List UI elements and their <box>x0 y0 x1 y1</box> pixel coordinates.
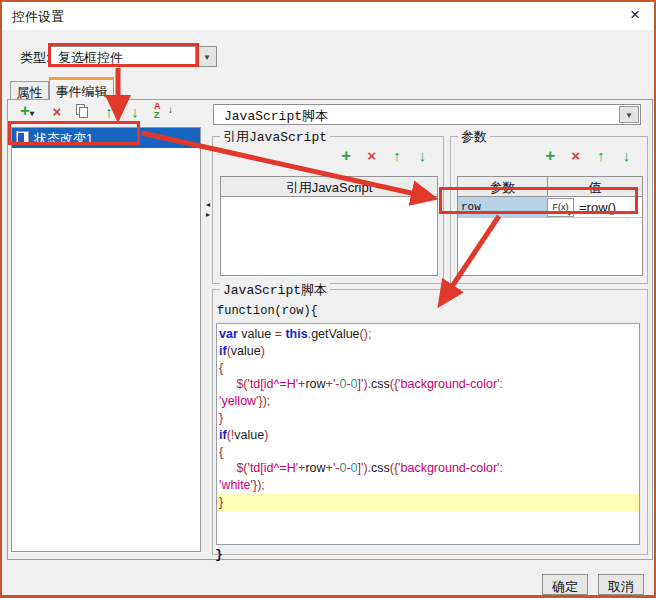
delete-event-button[interactable]: × <box>46 103 68 121</box>
move-down-button[interactable]: ↓ <box>124 103 146 121</box>
cancel-button[interactable]: 取消 <box>598 574 644 595</box>
param-name-cell[interactable]: row <box>458 197 547 217</box>
code-line[interactable]: 'white'}); <box>219 477 639 494</box>
table-row: row F(x) ▾ =row() <box>458 197 642 218</box>
code-line[interactable]: if(!value) <box>219 427 639 444</box>
delete-ref-button[interactable]: × <box>361 147 382 164</box>
code-line[interactable]: } <box>217 494 639 511</box>
move-up-button[interactable]: ↑ <box>98 103 120 121</box>
code-line[interactable]: if(value) <box>219 343 639 360</box>
checkbox-widget-icon <box>16 131 29 144</box>
chevron-down-icon: ▼ <box>625 111 633 120</box>
collapse-left-icon: ◂ <box>206 200 210 209</box>
add-param-button[interactable]: + <box>540 148 561 164</box>
code-line[interactable]: $('td[id^=H'+row+'-0-0]').css({'backgrou… <box>219 376 639 393</box>
ref-up-button[interactable]: ↑ <box>387 147 408 164</box>
tab-properties[interactable]: 属性 <box>10 81 49 100</box>
ref-down-button[interactable]: ↓ <box>412 147 433 164</box>
script-group: JavaScript脚本 function(row){ var value = … <box>212 289 648 555</box>
params-table: 参数 值 row F(x) ▾ =row() <box>457 176 643 276</box>
expand-right-icon: ▸ <box>206 210 210 219</box>
code-line[interactable]: $('td[id^=H'+row+'-0-0]').css({'backgrou… <box>219 460 639 477</box>
script-group-title: JavaScript脚本 <box>220 281 330 299</box>
widget-type-dropdown[interactable]: 复选框控件 <box>50 46 196 67</box>
event-edit-panel: +▾ × ↑ ↓ A Z ↓ ◂ ▸ 状态改变1 JavaScript脚本 ▼ <box>7 99 653 560</box>
param-value-cell[interactable]: =row() <box>574 197 642 217</box>
event-type-dropdown-button[interactable]: ▼ <box>619 106 639 123</box>
close-icon[interactable]: × <box>630 5 640 25</box>
ref-js-table-header: 引用JavaScript <box>221 177 437 196</box>
ref-js-toolbar: + × ↑ ↓ <box>336 147 433 165</box>
formula-fx-button[interactable]: F(x) ▾ <box>547 198 574 217</box>
param-up-button[interactable]: ↑ <box>591 147 612 164</box>
copy-icon[interactable] <box>76 104 90 119</box>
ref-js-table: 引用JavaScript <box>220 176 438 276</box>
chevron-down-icon: ▾ <box>30 109 34 118</box>
ref-js-group: 引用JavaScript + × ↑ ↓ 引用JavaScript <box>212 136 444 284</box>
dialog-window: 控件设置 × 类型: 复选框控件 ▼ 属性 事件编辑 +▾ × ↑ ↓ A Z … <box>0 0 656 598</box>
add-event-button[interactable]: +▾ <box>16 103 38 121</box>
widget-type-dropdown-button[interactable]: ▼ <box>197 46 217 67</box>
title-bar: 控件设置 × <box>2 2 654 30</box>
function-signature: function(row){ <box>217 304 318 318</box>
event-type-dropdown[interactable]: JavaScript脚本 <box>213 104 641 125</box>
code-line[interactable]: { <box>219 360 639 377</box>
ref-js-group-title: 引用JavaScript <box>220 128 330 146</box>
delete-param-button[interactable]: × <box>565 147 586 164</box>
params-toolbar: + × ↑ ↓ <box>540 147 637 165</box>
function-closing-brace: } <box>215 547 223 562</box>
chevron-down-icon: ▼ <box>203 53 211 62</box>
chevron-down-icon: ▾ <box>567 210 571 218</box>
params-group: 参数 + × ↑ ↓ 参数 值 row F(x) ▾ =row() <box>450 136 648 284</box>
dialog-title: 控件设置 <box>12 8 64 26</box>
param-down-button[interactable]: ↓ <box>616 147 637 164</box>
list-item-state-change[interactable]: 状态改变1 <box>12 128 200 148</box>
list-item-label: 状态改变1 <box>34 131 93 146</box>
code-editor[interactable]: var value = this.getValue();if(value){ $… <box>216 323 640 545</box>
code-line[interactable]: } <box>219 410 639 427</box>
param-value-column-header: 值 <box>548 177 642 196</box>
tab-event-edit[interactable]: 事件编辑 <box>49 77 114 100</box>
add-ref-button[interactable]: + <box>336 148 357 164</box>
sort-az-icon[interactable]: A Z ↓ <box>154 102 172 120</box>
type-label: 类型: <box>20 49 50 67</box>
code-line[interactable]: 'yellow'}); <box>219 393 639 410</box>
ok-button[interactable]: 确定 <box>542 574 588 595</box>
params-group-title: 参数 <box>458 128 490 146</box>
param-name-column-header: 参数 <box>458 177 548 196</box>
code-line[interactable]: { <box>219 444 639 461</box>
event-list: 状态改变1 <box>11 127 201 552</box>
code-line[interactable]: var value = this.getValue(); <box>219 326 639 343</box>
